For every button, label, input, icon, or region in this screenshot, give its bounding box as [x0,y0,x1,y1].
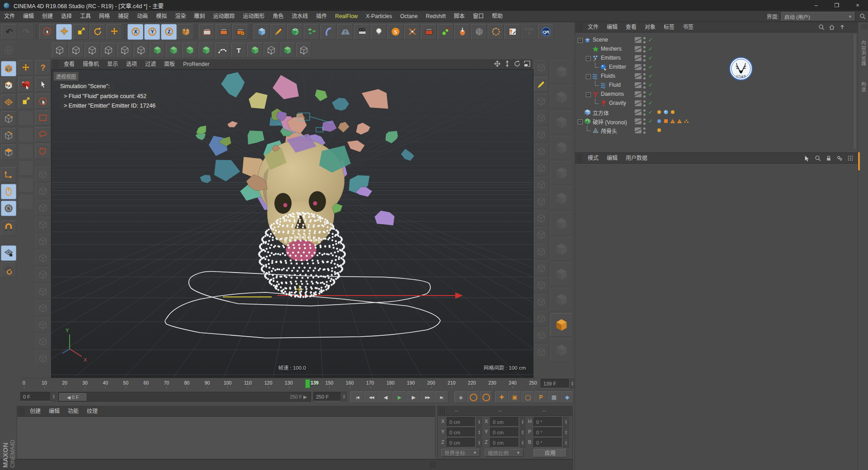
recent-snap-tool[interactable] [18,77,33,92]
visibility-dots-toggle[interactable] [643,127,646,134]
magnet-tool-icon[interactable] [85,42,100,58]
visibility-dots-toggle[interactable] [643,100,646,107]
menu-item-脚本[interactable]: 脚本 [450,11,469,22]
sculpt-tool-12[interactable] [35,351,51,366]
coordinate-mode-dropdown[interactable]: 缩放比例▼ [485,449,524,457]
rotation-b-stepper[interactable]: ▲▼ [563,438,569,447]
sculpt-tool-1[interactable] [35,167,51,182]
up-arrow-icon[interactable] [839,24,846,31]
tag-dot-orange-icon[interactable] [670,109,675,116]
pen-spline-tool-icon[interactable] [270,24,286,40]
editor-visibility-toggle[interactable] [635,46,642,52]
menu-item-运动跟踪[interactable]: 运动跟踪 [209,11,239,22]
next-frame-button[interactable]: ▶ [406,391,420,403]
knife-tool-icon[interactable] [52,42,67,58]
visibility-dots-toggle[interactable] [643,109,646,116]
spline-circle-object-icon[interactable] [488,24,504,40]
sculpt-tool-9[interactable] [35,301,51,316]
selection-rect-tool[interactable] [35,110,51,126]
object-row-颅骨头[interactable]: 颅骨头 [575,126,858,135]
editor-visibility-toggle[interactable] [635,37,642,43]
expander-icon[interactable]: − [586,56,591,61]
record-point-level-toggle[interactable]: ▦ [547,391,561,403]
lock-y-axis-icon[interactable]: Y [144,24,160,40]
mograph-fracture-icon[interactable] [304,24,320,40]
play-button[interactable]: ▶ [392,391,406,403]
scale-tool-icon[interactable] [73,24,89,40]
sculpt-rail-icon[interactable] [550,111,573,134]
position-x-stepper[interactable]: ▲▼ [476,417,482,427]
rotation-p-stepper[interactable]: ▲▼ [563,428,569,437]
hair-object-icon[interactable] [471,24,487,40]
brush-select-tool-icon[interactable] [68,42,84,58]
enable-axis-mode[interactable] [1,167,16,183]
search-icon[interactable] [818,24,825,31]
sculpt-rail-icon[interactable] [550,313,573,337]
bevel-cube-icon[interactable] [182,42,198,58]
matrix-grid-tool-icon[interactable] [133,42,149,58]
search-icon[interactable] [814,155,821,162]
menu-item-查看[interactable]: 查看 [622,22,641,32]
viewport-canvas[interactable]: Y X 透视视图 Simulation "Scene":> Fluid "Flu… [51,69,533,378]
menu-item-渲染[interactable]: 渲染 [171,11,190,22]
menu-item-过滤[interactable]: 过滤 [141,59,160,69]
record-scale-toggle[interactable]: ▣ [508,391,521,403]
sculpt-rail-icon[interactable] [550,161,573,185]
editor-visibility-toggle[interactable] [635,73,642,79]
size-y-stepper[interactable]: ▲▼ [520,428,525,437]
position-y-field[interactable]: 0 cm [447,428,476,437]
pointer-icon[interactable] [803,155,811,162]
previous-key-button[interactable]: ◀◀ [364,391,378,403]
sculpt-tool-7[interactable] [35,267,51,282]
undo-button[interactable]: ↶ [1,24,17,40]
timeline-playhead[interactable] [305,379,310,388]
point-array-tool-icon[interactable] [117,42,132,58]
visibility-dots-toggle[interactable] [643,37,646,43]
tag-dot-orange-icon[interactable] [656,127,662,134]
menu-item-用户数据[interactable]: 用户数据 [622,153,651,163]
interface-dropdown[interactable]: 启动 (用户)▼ [781,12,855,21]
tag-dot-orange-icon[interactable] [656,109,662,116]
joint-tool-icon[interactable] [438,24,453,40]
visibility-dots-toggle[interactable] [643,118,646,125]
sculpt-tool-10[interactable] [35,317,51,333]
sculpt-rail-icon[interactable] [534,194,548,209]
menu-item-角色[interactable]: 角色 [269,11,288,22]
panel-handle[interactable] [576,154,582,162]
lock-x-axis-icon[interactable]: X [127,24,143,40]
menu-item-编辑[interactable]: 编辑 [19,11,38,22]
menu-item-选择[interactable]: 选择 [57,11,76,22]
live-selection-tool-icon[interactable] [39,24,55,40]
tag-dots-orange-icon[interactable] [684,118,689,125]
sculpt-rail-icon[interactable] [534,160,548,175]
editor-visibility-toggle[interactable] [635,91,642,97]
octane-button[interactable]: S [387,24,403,40]
panel-handle[interactable] [52,60,58,68]
current-frame-field[interactable]: 139 F ▲▼ [541,379,575,388]
convert-globe-icon[interactable] [1,42,16,59]
expander-icon[interactable]: − [586,92,591,97]
sculpt-rail-icon[interactable] [550,263,573,286]
tag-tri-orange-icon[interactable]: ! [677,118,682,125]
end-frame-spinner[interactable]: 250 F ▲▼ [313,392,347,401]
enabled-check-icon[interactable]: ✓ [648,82,653,88]
record-position-toggle[interactable]: ✚ [495,391,508,403]
menu-item-面板[interactable]: 面板 [160,59,179,69]
extrude-object-icon[interactable] [247,42,263,58]
sculpt-rail-icon[interactable] [534,227,548,242]
help-button[interactable]: ? [35,60,51,75]
panel-handle[interactable] [439,407,445,414]
visibility-dots-toggle[interactable] [643,46,646,52]
sculpt-rail-icon[interactable] [550,288,573,311]
xpresso-tag-icon[interactable] [296,42,311,58]
menu-item-插件[interactable]: 插件 [312,11,331,22]
sculpt-rail-icon[interactable] [550,237,573,261]
sculpt-tool-11[interactable] [35,334,51,349]
sculpt-rail-icon[interactable] [550,85,573,109]
lock-z-axis-icon[interactable]: Z [161,24,177,40]
floor-object-icon[interactable] [337,24,353,40]
menu-item-摄像机[interactable]: 摄像机 [79,59,103,69]
sculpt-rail-icon[interactable] [534,94,548,108]
sculpt-tool-2[interactable] [35,183,51,199]
workplane-snap-icon[interactable] [1,245,16,261]
